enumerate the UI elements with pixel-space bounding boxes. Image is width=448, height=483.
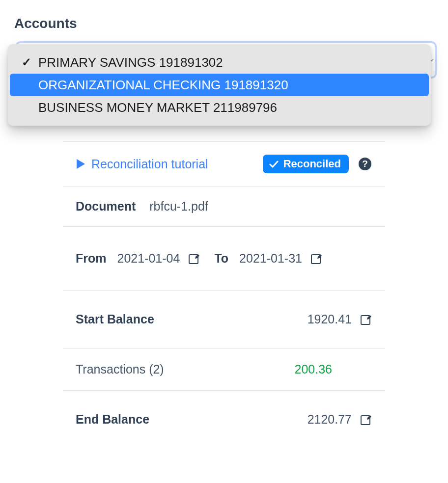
account-option-label: PRIMARY SAVINGS 191891302 [38, 55, 223, 70]
end-balance-row: End Balance 2120.77 [63, 390, 385, 436]
document-value: rbfcu-1.pdf [149, 199, 208, 214]
from-label: From [76, 251, 107, 266]
accounts-label: Accounts [14, 16, 77, 31]
transactions-label: Transactions (2) [76, 362, 164, 376]
account-option-label: ORGANIZATIONAL CHECKING 191891320 [38, 78, 288, 93]
end-balance-value: 2120.77 [308, 412, 352, 427]
transactions-row: Transactions (2) 200.36 [63, 348, 385, 390]
edit-icon [360, 414, 372, 426]
start-balance-label: Start Balance [76, 312, 154, 326]
account-option-primary-savings[interactable]: PRIMARY SAVINGS 191891302 [10, 51, 429, 74]
play-icon [76, 159, 85, 169]
account-option-label: BUSINESS MONEY MARKET 211989796 [38, 100, 277, 115]
edit-icon [360, 314, 372, 325]
accounts-dropdown[interactable]: PRIMARY SAVINGS 191891302 ORGANIZATIONAL… [8, 44, 431, 126]
start-balance-row: Start Balance 1920.41 [63, 290, 385, 348]
check-icon [269, 159, 279, 169]
reconciled-badge: Reconciled [263, 155, 349, 173]
tutorial-label: Reconciliation tutorial [91, 157, 208, 171]
reconciliation-tutorial-link[interactable]: Reconciliation tutorial [76, 157, 208, 171]
to-value: 2021-01-31 [239, 251, 302, 266]
dates-row: From 2021-01-04 To 2021-01-31 [63, 226, 385, 290]
transactions-amount: 200.36 [295, 362, 332, 376]
account-option-organizational-checking[interactable]: ORGANIZATIONAL CHECKING 191891320 [10, 74, 429, 96]
help-button[interactable]: ? [358, 157, 372, 171]
to-label: To [214, 251, 228, 266]
edit-to-date-button[interactable] [310, 252, 323, 265]
edit-icon [188, 253, 200, 265]
end-balance-label: End Balance [76, 412, 149, 427]
document-row: Document rbfcu-1.pdf [63, 186, 385, 226]
from-value: 2021-01-04 [117, 251, 180, 266]
account-option-business-money-market[interactable]: BUSINESS MONEY MARKET 211989796 [10, 96, 429, 119]
document-label: Document [76, 199, 136, 214]
edit-icon [310, 253, 322, 265]
reconciled-label: Reconciled [283, 158, 341, 170]
edit-start-balance-button[interactable] [360, 313, 372, 326]
edit-from-date-button[interactable] [188, 252, 200, 265]
edit-end-balance-button[interactable] [360, 413, 372, 426]
tutorial-row: Reconciliation tutorial Reconciled ? [63, 141, 385, 186]
svg-text:?: ? [362, 159, 368, 169]
start-balance-value: 1920.41 [308, 312, 352, 326]
help-icon: ? [358, 157, 372, 171]
